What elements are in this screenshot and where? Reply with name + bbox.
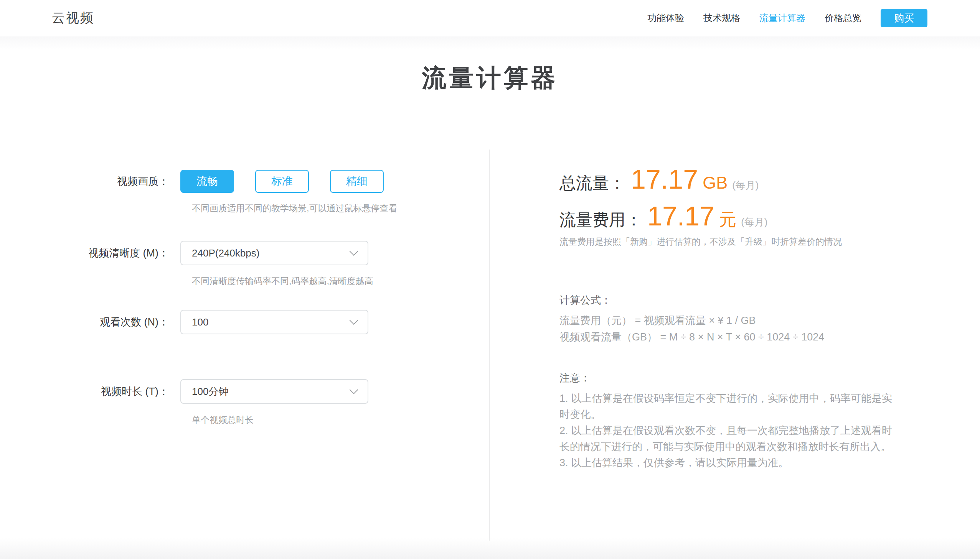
definition-select-value: 240P(240kbps) xyxy=(192,247,259,259)
definition-select[interactable]: 240P(240kbps) xyxy=(180,241,368,265)
main-nav: 功能体验 技术规格 流量计算器 价格总览 购买 xyxy=(647,9,927,27)
duration-select-value: 100分钟 xyxy=(192,385,228,399)
chevron-down-icon xyxy=(350,385,358,394)
traffic-fee-label: 流量费用： xyxy=(559,209,642,231)
chevron-down-icon xyxy=(350,316,358,325)
definition-label: 视频清晰度 (M)： xyxy=(0,241,180,265)
top-nav-bar: 云视频 功能体验 技术规格 流量计算器 价格总览 购买 xyxy=(0,0,980,36)
total-traffic-value: 17.17 xyxy=(631,164,698,195)
chevron-down-icon xyxy=(350,247,358,256)
total-traffic-period: (每月) xyxy=(732,179,759,192)
buy-button[interactable]: 购买 xyxy=(881,9,927,27)
views-row: 观看次数 (N)： 100 xyxy=(0,310,368,334)
nav-item-pricing[interactable]: 价格总览 xyxy=(824,12,861,24)
nav-item-specs[interactable]: 技术规格 xyxy=(703,12,740,24)
traffic-fee-value: 17.17 xyxy=(647,201,715,232)
video-quality-options: 流畅 标准 精细 xyxy=(180,170,384,193)
column-divider xyxy=(489,149,490,541)
quality-option-smooth[interactable]: 流畅 xyxy=(180,170,234,193)
quality-hint: 不同画质适用不同的教学场景,可以通过鼠标悬停查看 xyxy=(192,202,397,214)
duration-label: 视频时长 (T)： xyxy=(0,379,180,404)
nav-item-traffic-calculator[interactable]: 流量计算器 xyxy=(759,12,806,24)
formula-traffic-line: 视频观看流量（GB） = M ÷ 8 × N × T × 60 ÷ 1024 ÷… xyxy=(559,329,824,346)
total-traffic-unit: GB xyxy=(703,173,728,193)
video-quality-row: 视频画质： 流畅 标准 精细 xyxy=(0,170,384,193)
bottom-fade-strip xyxy=(0,538,980,559)
views-select-value: 100 xyxy=(192,316,208,328)
brand-logo[interactable]: 云视频 xyxy=(52,9,95,27)
duration-select[interactable]: 100分钟 xyxy=(180,379,368,404)
notice-item-1: 1. 以上估算是在假设码率恒定不变下进行的，实际使用中，码率可能是实时变化。 xyxy=(559,390,897,422)
duration-row: 视频时长 (T)： 100分钟 xyxy=(0,379,368,404)
traffic-fee-period: (每月) xyxy=(741,215,768,229)
header-fade-strip xyxy=(0,37,980,50)
quality-option-fine[interactable]: 精细 xyxy=(330,170,384,193)
views-label: 观看次数 (N)： xyxy=(0,310,180,334)
video-quality-label: 视频画质： xyxy=(0,170,180,193)
definition-hint: 不同清晰度传输码率不同,码率越高,清晰度越高 xyxy=(192,275,373,287)
total-traffic-line: 总流量： 17.17 GB (每月) xyxy=(559,164,759,195)
definition-row: 视频清晰度 (M)： 240P(240kbps) xyxy=(0,241,368,265)
notice-item-2: 2. 以上估算是在假设观看次数不变，且每一次都完整地播放了上述观看时长的情况下进… xyxy=(559,422,897,455)
page-title: 流量计算器 xyxy=(0,61,980,95)
total-traffic-label: 总流量： xyxy=(559,172,625,194)
traffic-fee-unit: 元 xyxy=(719,208,736,231)
duration-hint: 单个视频总时长 xyxy=(192,414,254,426)
notice-section: 注意： 1. 以上估算是在假设码率恒定不变下进行的，实际使用中，码率可能是实时变… xyxy=(559,371,897,471)
views-select[interactable]: 100 xyxy=(180,310,368,334)
formula-title: 计算公式： xyxy=(559,293,824,307)
fee-estimate-note: 流量费用是按照「新购」进行估算的，不涉及「升级」时折算差价的情况 xyxy=(559,236,842,248)
notice-title: 注意： xyxy=(559,371,897,385)
traffic-fee-line: 流量费用： 17.17 元 (每月) xyxy=(559,201,768,232)
nav-item-features[interactable]: 功能体验 xyxy=(647,12,684,24)
quality-option-standard[interactable]: 标准 xyxy=(255,170,309,193)
notice-item-3: 3. 以上估算结果，仅供参考，请以实际用量为准。 xyxy=(559,455,897,471)
formula-section: 计算公式： 流量费用（元） = 视频观看流量 × ¥ 1 / GB 视频观看流量… xyxy=(559,293,824,346)
formula-fee-line: 流量费用（元） = 视频观看流量 × ¥ 1 / GB xyxy=(559,313,824,329)
